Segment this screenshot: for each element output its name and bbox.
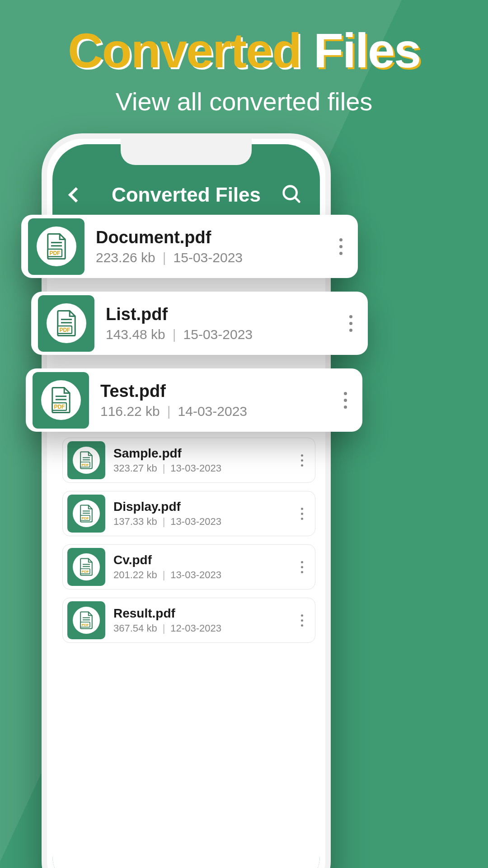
pdf-icon <box>79 611 94 629</box>
file-meta: 137.33 kb | 13-03-2023 <box>113 516 292 528</box>
file-info: Sample.pdf 323.27 kb | 13-03-2023 <box>113 446 292 474</box>
file-date: 12-03-2023 <box>170 623 221 634</box>
file-info: Result.pdf 367.54 kb | 12-03-2023 <box>113 606 292 634</box>
pdf-icon <box>55 310 78 337</box>
file-size: 143.48 kb <box>106 327 165 342</box>
file-meta: 223.26 kb | 15-03-2023 <box>96 250 327 265</box>
more-icon[interactable] <box>295 614 309 627</box>
meta-separator: | <box>167 404 171 419</box>
meta-separator: | <box>163 569 165 581</box>
pdf-thumbnail <box>33 372 89 429</box>
app-bar-title: Converted Files <box>112 184 261 206</box>
file-card[interactable]: Test.pdf 116.22 kb | 14-03-2023 <box>26 368 362 432</box>
app-bar: Converted Files <box>52 172 320 217</box>
file-name: Display.pdf <box>113 500 292 514</box>
more-icon[interactable] <box>295 508 309 520</box>
meta-separator: | <box>173 327 176 342</box>
file-date: 15-03-2023 <box>183 327 253 342</box>
pdf-icon <box>50 387 72 414</box>
file-list: Sample.pdf 323.27 kb | 13-03-2023 Displa… <box>62 438 315 643</box>
file-date: 15-03-2023 <box>174 250 243 265</box>
file-card[interactable]: Display.pdf 137.33 kb | 13-03-2023 <box>62 491 315 536</box>
file-name: Cv.pdf <box>113 553 292 567</box>
file-size: 116.22 kb <box>100 404 160 419</box>
more-icon[interactable] <box>342 315 360 332</box>
file-card[interactable]: Sample.pdf 323.27 kb | 13-03-2023 <box>62 438 315 483</box>
hero-title: Converted Files <box>0 25 488 76</box>
file-meta: 201.22 kb | 13-03-2023 <box>113 569 292 581</box>
hero: Converted Files View all converted files <box>0 0 488 116</box>
file-info: Document.pdf 223.26 kb | 15-03-2023 <box>96 228 327 265</box>
more-icon[interactable] <box>332 238 350 255</box>
file-card[interactable]: Result.pdf 367.54 kb | 12-03-2023 <box>62 598 315 643</box>
pdf-thumbnail <box>67 495 105 533</box>
pdf-thumbnail <box>67 548 105 586</box>
file-info: Test.pdf 116.22 kb | 14-03-2023 <box>100 382 332 419</box>
file-date: 13-03-2023 <box>170 569 221 581</box>
more-icon[interactable] <box>295 454 309 467</box>
file-name: Sample.pdf <box>113 446 292 461</box>
file-meta: 143.48 kb | 15-03-2023 <box>106 327 337 342</box>
file-size: 201.22 kb <box>113 569 157 581</box>
file-card[interactable]: Document.pdf 223.26 kb | 15-03-2023 <box>21 215 358 278</box>
file-name: Test.pdf <box>100 382 332 401</box>
file-meta: 367.54 kb | 12-03-2023 <box>113 623 292 634</box>
file-size: 137.33 kb <box>113 516 157 528</box>
file-size: 323.27 kb <box>113 462 157 474</box>
file-name: List.pdf <box>106 305 337 324</box>
hero-subtitle: View all converted files <box>0 87 488 116</box>
pdf-thumbnail <box>67 601 105 639</box>
hero-title-word-2: Files <box>314 23 420 78</box>
file-name: Result.pdf <box>113 606 292 621</box>
featured-stack: Document.pdf 223.26 kb | 15-03-2023 List… <box>21 215 358 432</box>
file-card[interactable]: List.pdf 143.48 kb | 15-03-2023 <box>31 292 368 355</box>
file-meta: 116.22 kb | 14-03-2023 <box>100 404 332 419</box>
search-icon[interactable] <box>281 184 302 206</box>
pdf-thumbnail <box>28 218 84 275</box>
file-card[interactable]: Cv.pdf 201.22 kb | 13-03-2023 <box>62 544 315 590</box>
pdf-thumbnail <box>67 441 105 479</box>
meta-separator: | <box>163 250 166 265</box>
pdf-icon <box>45 233 68 260</box>
file-meta: 323.27 kb | 13-03-2023 <box>113 462 292 474</box>
more-icon[interactable] <box>295 561 309 573</box>
meta-separator: | <box>163 623 165 634</box>
svg-line-5 <box>295 198 300 202</box>
file-size: 223.26 kb <box>96 250 155 265</box>
file-name: Document.pdf <box>96 228 327 247</box>
back-icon[interactable] <box>68 187 84 203</box>
file-date: 14-03-2023 <box>178 404 247 419</box>
file-info: Cv.pdf 201.22 kb | 13-03-2023 <box>113 553 292 581</box>
pdf-icon <box>79 505 94 523</box>
pdf-thumbnail <box>38 295 94 352</box>
file-info: Display.pdf 137.33 kb | 13-03-2023 <box>113 500 292 528</box>
file-date: 13-03-2023 <box>170 462 221 474</box>
phone-notch <box>121 138 252 165</box>
hero-title-word-1: Converted <box>68 23 301 78</box>
meta-separator: | <box>163 516 165 528</box>
pdf-icon <box>79 558 94 576</box>
file-size: 367.54 kb <box>113 623 157 634</box>
pdf-icon <box>79 451 94 469</box>
more-icon[interactable] <box>336 392 354 409</box>
meta-separator: | <box>163 462 165 474</box>
file-info: List.pdf 143.48 kb | 15-03-2023 <box>106 305 337 342</box>
file-date: 13-03-2023 <box>170 516 221 528</box>
